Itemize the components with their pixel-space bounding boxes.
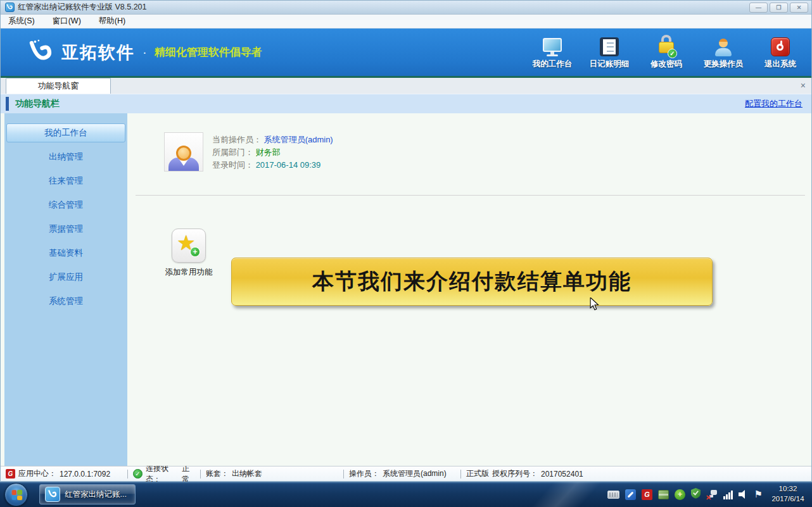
- journal-icon: [600, 35, 619, 56]
- account-set-label: 账套：: [206, 468, 229, 479]
- add-common-function-label: 添加常用功能: [162, 267, 216, 278]
- brand: 亚拓软件 · 精细化管理软件倡导者: [27, 39, 262, 66]
- taskbar-clock[interactable]: 10:32 2017/6/14: [768, 484, 808, 504]
- blue-tool-icon[interactable]: [625, 489, 636, 500]
- redapp-icon: G: [6, 469, 15, 479]
- start-button[interactable]: [4, 483, 28, 506]
- app-logo-icon: [5, 3, 15, 12]
- login-time-row: 登录时间： 2017-06-14 09:39: [212, 159, 333, 172]
- department-label: 所属部门：: [212, 147, 253, 157]
- brand-separator: ·: [143, 45, 147, 59]
- tutorial-banner-text: 本节我们来介绍付款结算单功能: [312, 267, 631, 296]
- sidebar-item-system-mgmt[interactable]: 系统管理: [6, 292, 125, 311]
- app-logo-icon: [45, 487, 60, 502]
- app-window: 红管家出纳记账软件专业版 V8.5.201 — ❐ ✕ 系统(S) 窗口(W) …: [0, 0, 812, 482]
- sidebar: 我的工作台 出纳管理 往来管理 综合管理 票据管理 基础资料 扩展应用 系统管理: [4, 113, 127, 466]
- sidebar-item-my-workbench[interactable]: 我的工作台: [6, 123, 125, 142]
- flag-icon[interactable]: [754, 489, 763, 499]
- status-app-center: G 应用中心： 127.0.0.1:7092: [1, 466, 127, 481]
- status-operator: 操作员： 系统管理员(admin): [344, 466, 460, 481]
- workbench-label: 我的工作台: [533, 59, 573, 70]
- lock-check-icon: ✓: [656, 35, 677, 56]
- redapp-tray-icon[interactable]: [642, 489, 652, 500]
- sidebar-item-cashier-mgmt[interactable]: 出纳管理: [6, 147, 125, 166]
- workbench-button[interactable]: 我的工作台: [531, 35, 573, 70]
- sidebar-item-contacts-mgmt[interactable]: 往来管理: [6, 172, 125, 191]
- sidebar-item-comprehensive-mgmt[interactable]: 综合管理: [6, 196, 125, 215]
- minimize-button[interactable]: —: [749, 3, 768, 13]
- title-bar: 红管家出纳记账软件专业版 V8.5.201 — ❐ ✕: [1, 1, 811, 15]
- clock-date: 2017/6/14: [768, 494, 808, 504]
- exit-system-button[interactable]: 退出系统: [759, 35, 801, 70]
- switch-operator-label: 更换操作员: [704, 59, 744, 70]
- user-info-rows: 当前操作员： 系统管理员(admin) 所属部门： 财务部 登录时间： 2017…: [212, 132, 333, 173]
- tab-strip: 功能导航窗 ×: [1, 76, 811, 94]
- change-password-label: 修改密码: [650, 59, 682, 70]
- change-password-button[interactable]: ✓ 修改密码: [645, 35, 687, 70]
- license-value: 2017052401: [541, 470, 583, 479]
- tutorial-banner: 本节我们来介绍付款结算单功能: [231, 258, 713, 306]
- status-operator-value: 系统管理员(admin): [383, 468, 447, 479]
- department-value: 财务部: [256, 147, 281, 157]
- account-set-value: 出纳帐套: [232, 468, 262, 479]
- brand-banner: 亚拓软件 · 精细化管理软件倡导者 我的工作台 日记账明细: [1, 28, 811, 76]
- main-panel: 当前操作员： 系统管理员(admin) 所属部门： 财务部 登录时间： 2017…: [127, 113, 811, 466]
- close-button[interactable]: ✕: [790, 3, 808, 13]
- content-area: 我的工作台 出纳管理 往来管理 综合管理 票据管理 基础资料 扩展应用 系统管理…: [1, 113, 811, 466]
- status-connection: ✓ 连接状态： 正常: [128, 466, 200, 481]
- check-circle-icon: ✓: [133, 469, 143, 479]
- switch-operator-button[interactable]: 更换操作员: [702, 35, 744, 70]
- sidebar-item-extended-apps[interactable]: 扩展应用: [6, 268, 125, 287]
- license-edition: 正式版: [466, 468, 489, 479]
- screen: 红管家出纳记账软件专业版 V8.5.201 — ❐ ✕ 系统(S) 窗口(W) …: [0, 0, 812, 507]
- journal-detail-button[interactable]: 日记账明细: [588, 35, 630, 70]
- package-icon[interactable]: [658, 490, 669, 499]
- sidebar-item-basic-data[interactable]: 基础资料: [6, 244, 125, 263]
- status-license: 正式版 授权序列号： 2017052401: [461, 466, 588, 481]
- taskbar-app-button[interactable]: 红管家出纳记账...: [39, 484, 136, 504]
- header-actions: 我的工作台 日记账明细 ✓ 修改密码: [531, 35, 801, 70]
- window-controls: — ❐ ✕: [749, 3, 808, 13]
- yatuo-logo-icon: [27, 39, 55, 66]
- brand-tagline: 精细化管理软件倡导者: [155, 45, 262, 59]
- add-shortcut: ★ + 添加常用功能: [162, 228, 216, 278]
- add-common-function-button[interactable]: ★ +: [172, 228, 206, 263]
- section-divider: [136, 195, 805, 196]
- signal-bars-icon[interactable]: [723, 490, 733, 499]
- close-pane-icon[interactable]: ×: [801, 81, 806, 90]
- license-label: 授权序列号：: [492, 468, 538, 479]
- menu-bar: 系统(S) 窗口(W) 帮助(H): [1, 15, 811, 28]
- tab-function-nav[interactable]: 功能导航窗: [6, 78, 111, 94]
- power-icon: [771, 35, 790, 56]
- menu-window[interactable]: 窗口(W): [53, 16, 81, 27]
- journal-detail-label: 日记账明细: [590, 59, 630, 70]
- menu-system[interactable]: 系统(S): [8, 16, 35, 27]
- volume-icon[interactable]: [739, 490, 749, 499]
- window-title: 红管家出纳记账软件专业版 V8.5.201: [18, 2, 147, 13]
- configure-workbench-link[interactable]: 配置我的工作台: [745, 98, 802, 110]
- nav-bar-title: 功能导航栏: [15, 98, 60, 110]
- operator-icon: [715, 35, 732, 56]
- status-account-set: 账套： 出纳帐套: [201, 466, 343, 481]
- system-tray: [607, 488, 763, 501]
- brand-name: 亚拓软件: [61, 41, 135, 64]
- taskbar: 红管家出纳记账... 10:32: [0, 482, 812, 507]
- plus-ball-icon[interactable]: [675, 489, 685, 500]
- plug-error-icon[interactable]: [706, 489, 718, 500]
- user-info-block: 当前操作员： 系统管理员(admin) 所属部门： 财务部 登录时间： 2017…: [164, 132, 811, 173]
- restore-button[interactable]: ❐: [770, 3, 788, 13]
- status-operator-label: 操作员：: [349, 468, 379, 479]
- current-operator-label: 当前操作员：: [212, 135, 262, 144]
- sidebar-item-bill-mgmt[interactable]: 票据管理: [6, 220, 125, 239]
- avatar: [164, 132, 203, 172]
- windows-flag-icon: [12, 489, 23, 500]
- menu-help[interactable]: 帮助(H): [99, 16, 125, 27]
- shield-icon[interactable]: [691, 488, 701, 501]
- keyboard-icon[interactable]: [607, 491, 619, 499]
- plus-badge-icon: +: [190, 247, 200, 257]
- nav-accent-bar: [6, 97, 9, 111]
- taskbar-app-label: 红管家出纳记账...: [65, 489, 127, 500]
- app-center-value: 127.0.0.1:7092: [60, 470, 110, 479]
- current-operator-value: 系统管理员(admin): [264, 135, 333, 144]
- login-time-label: 登录时间：: [212, 160, 253, 170]
